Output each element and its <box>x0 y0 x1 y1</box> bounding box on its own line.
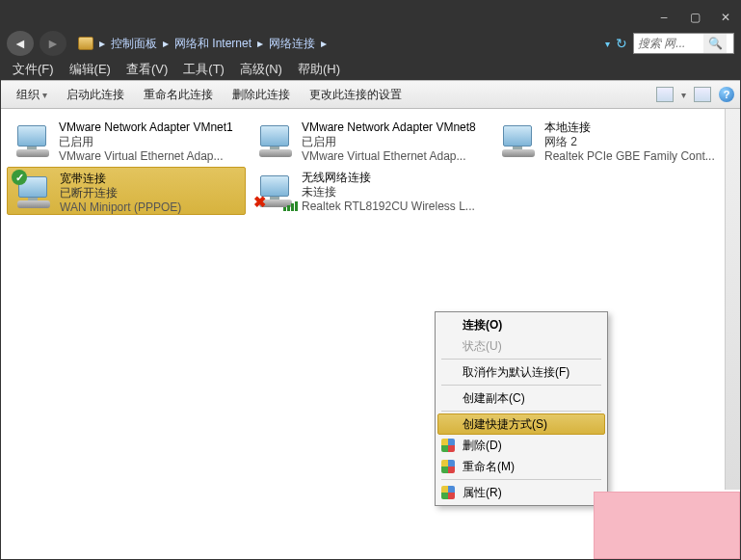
connection-status: 已启用 <box>302 135 476 149</box>
connection-icon <box>13 120 51 159</box>
shield-icon <box>441 460 455 473</box>
context-menu-item: 状态(U) <box>437 335 605 357</box>
close-button[interactable]: ✕ <box>719 11 732 24</box>
connection-item[interactable]: ✖ 无线网络连接 未连接 Realtek RTL8192CU Wireless … <box>250 167 489 215</box>
context-menu-item[interactable]: 取消作为默认连接(F) <box>437 361 605 383</box>
wifi-bars-icon <box>283 201 298 211</box>
connection-item[interactable]: VMware Network Adapter VMnet1 已启用 VMware… <box>7 117 246 165</box>
connection-text: 本地连接 网络 2 Realtek PCIe GBE Family Cont..… <box>544 120 715 164</box>
connection-text: VMware Network Adapter VMnet8 已启用 VMware… <box>302 120 476 164</box>
minimize-button[interactable]: – <box>657 11 671 24</box>
menu-item-label: 创建副本(C) <box>463 390 525 407</box>
vertical-scrollbar[interactable] <box>725 109 740 490</box>
content-area: VMware Network Adapter VMnet1 已启用 VMware… <box>1 109 740 559</box>
connection-status: 已断开连接 <box>60 186 181 200</box>
x-icon: ✖ <box>253 193 266 211</box>
connection-icon <box>498 120 537 159</box>
menu-item-label: 属性(R) <box>463 485 502 501</box>
maximize-button[interactable]: ▢ <box>688 11 701 24</box>
context-menu: 连接(O)状态(U)取消作为默认连接(F)创建副本(C)创建快捷方式(S)删除(… <box>435 311 608 506</box>
nav-bar: ◄ ► ▸ 控制面板 ▸ 网络和 Internet ▸ 网络连接 ▸ ▾ ↻ 🔍 <box>1 28 740 59</box>
shield-icon <box>441 439 455 452</box>
change-settings-button[interactable]: 更改此连接的设置 <box>300 84 411 106</box>
search-input[interactable] <box>634 37 703 50</box>
connection-item[interactable]: ✓ 宽带连接 已断开连接 WAN Miniport (PPPOE) <box>7 167 246 215</box>
connection-name: VMware Network Adapter VMnet8 <box>302 120 476 135</box>
connection-device: Realtek RTL8192CU Wireless L... <box>302 200 475 214</box>
menubar: 文件(F) 编辑(E) 查看(V) 工具(T) 高级(N) 帮助(H) <box>1 59 740 80</box>
menu-item-label: 重命名(M) <box>463 459 515 475</box>
breadcrumb[interactable]: ▸ 控制面板 ▸ 网络和 Internet ▸ 网络连接 ▸ <box>72 31 599 56</box>
delete-connection-button[interactable]: 删除此连接 <box>223 84 300 106</box>
menu-advanced[interactable]: 高级(N) <box>232 59 290 80</box>
folder-icon <box>78 37 93 50</box>
rename-connection-button[interactable]: 重命名此连接 <box>134 84 223 106</box>
toolbar: 组织 启动此连接 重命名此连接 删除此连接 更改此连接的设置 ▾ ? <box>1 80 740 109</box>
menu-item-label: 取消作为默认连接(F) <box>463 364 569 381</box>
connection-name: 宽带连接 <box>60 172 181 186</box>
connection-name: 本地连接 <box>544 120 715 135</box>
organize-button[interactable]: 组织 <box>7 84 57 106</box>
context-menu-item[interactable]: 属性(R) <box>437 482 605 503</box>
menu-separator <box>441 479 601 480</box>
connection-device: VMware Virtual Ethernet Adap... <box>302 149 476 164</box>
help-icon[interactable]: ? <box>719 87 734 102</box>
menu-help[interactable]: 帮助(H) <box>290 59 348 80</box>
connection-status: 网络 2 <box>544 135 715 149</box>
connection-device: WAN Miniport (PPPOE) <box>60 200 181 215</box>
connection-icon: ✖ <box>255 171 294 209</box>
connection-icon <box>255 120 294 159</box>
menu-separator <box>441 359 601 360</box>
chevron-right-icon: ▸ <box>257 37 263 50</box>
context-menu-item[interactable]: 重命名(M) <box>437 456 605 477</box>
context-menu-item[interactable]: 连接(O) <box>437 314 605 335</box>
breadcrumb-part[interactable]: 网络和 Internet <box>174 36 251 52</box>
menu-item-label: 状态(U) <box>463 338 502 355</box>
menu-edit[interactable]: 编辑(E) <box>62 59 119 80</box>
connection-text: VMware Network Adapter VMnet1 已启用 VMware… <box>59 120 233 164</box>
shield-icon <box>441 486 455 499</box>
back-button[interactable]: ◄ <box>7 31 34 56</box>
menu-item-label: 删除(D) <box>463 438 502 454</box>
connection-item[interactable]: VMware Network Adapter VMnet8 已启用 VMware… <box>250 117 489 165</box>
forward-button[interactable]: ► <box>40 31 66 56</box>
menu-file[interactable]: 文件(F) <box>5 59 62 80</box>
breadcrumb-part[interactable]: 网络连接 <box>269 36 315 52</box>
chevron-right-icon: ▸ <box>99 37 105 50</box>
connection-device: Realtek PCIe GBE Family Cont... <box>544 149 715 164</box>
menu-separator <box>441 411 601 412</box>
connection-name: VMware Network Adapter VMnet1 <box>59 120 233 135</box>
menu-item-label: 创建快捷方式(S) <box>463 416 547 433</box>
breadcrumb-dropdown-icon[interactable]: ▾ <box>605 39 610 49</box>
menu-tools[interactable]: 工具(T) <box>175 59 232 80</box>
search-box[interactable]: 🔍 <box>633 33 734 54</box>
titlebar: – ▢ ✕ <box>1 7 740 28</box>
view-mode-icon[interactable] <box>656 87 674 102</box>
window: – ▢ ✕ ◄ ► ▸ 控制面板 ▸ 网络和 Internet ▸ 网络连接 ▸… <box>0 6 741 560</box>
connection-item[interactable]: 本地连接 网络 2 Realtek PCIe GBE Family Cont..… <box>492 117 731 165</box>
menu-item-label: 连接(O) <box>463 317 502 333</box>
connection-text: 无线网络连接 未连接 Realtek RTL8192CU Wireless L.… <box>302 171 475 214</box>
connection-icon: ✓ <box>13 172 52 210</box>
refresh-icon[interactable]: ↻ <box>616 36 627 51</box>
menu-separator <box>441 385 601 386</box>
context-menu-item[interactable]: 删除(D) <box>437 435 605 456</box>
chevron-right-icon: ▸ <box>163 37 169 50</box>
preview-pane-icon[interactable] <box>694 87 711 102</box>
connection-text: 宽带连接 已断开连接 WAN Miniport (PPPOE) <box>60 172 181 215</box>
breadcrumb-part[interactable]: 控制面板 <box>111 36 157 52</box>
search-icon[interactable]: 🔍 <box>703 34 727 53</box>
chevron-right-icon: ▸ <box>321 37 327 50</box>
start-connection-button[interactable]: 启动此连接 <box>57 84 134 106</box>
chevron-down-icon[interactable]: ▾ <box>681 90 686 100</box>
connection-device: VMware Virtual Ethernet Adap... <box>59 149 233 164</box>
menu-view[interactable]: 查看(V) <box>119 59 175 80</box>
connection-status: 未连接 <box>302 185 475 200</box>
context-menu-item[interactable]: 创建快捷方式(S) <box>437 413 605 435</box>
scrollbar-thumb[interactable] <box>726 109 740 490</box>
check-icon: ✓ <box>12 170 27 185</box>
connection-status: 已启用 <box>59 135 233 149</box>
connection-list: VMware Network Adapter VMnet1 已启用 VMware… <box>7 117 734 215</box>
connection-name: 无线网络连接 <box>302 171 475 185</box>
context-menu-item[interactable]: 创建副本(C) <box>437 387 605 409</box>
